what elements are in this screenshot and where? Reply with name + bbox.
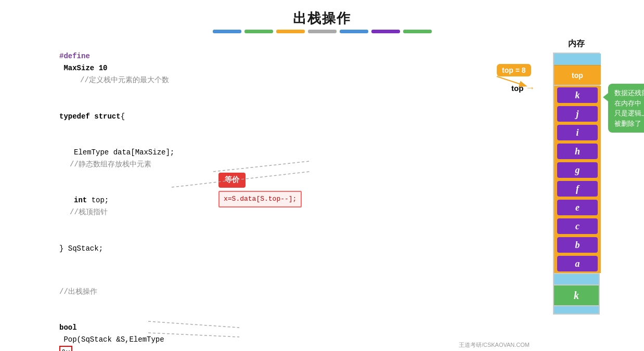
color-bar-3 [276,30,305,33]
content-area: #define MaxSize 10 //定义栈中元素的最大个数 typedef… [0,38,644,351]
cell-k-inner: k [557,87,598,103]
cell-g: g [554,161,601,179]
cell-bottom-green: k [553,285,600,306]
main-container: 出栈操作 #define MaxSize 10 //定义栈中元素的最大个数 ty… [0,0,644,351]
color-bar-6 [371,30,400,33]
cell-b: b [554,236,601,254]
letter-e: e [575,202,579,213]
cell-g-inner: g [557,162,598,178]
cell-f: f [554,179,601,198]
letter-a: a [575,258,580,269]
cell-orange-top: top [554,65,601,85]
letter-k: k [575,90,580,101]
equiv-code: x=S.data[S.top--]; [218,191,302,207]
cell-k: k [554,86,601,105]
letter-c: c [575,221,579,232]
letter-h: h [575,146,580,157]
color-bars [0,30,644,33]
equiv-area: 等价 x=S.data[S.top--]; [218,173,302,207]
cell-a-inner: a [557,256,598,271]
cell-c-inner: c [557,218,598,234]
cell-i-inner: i [557,125,598,140]
cell-j: j [554,105,601,123]
cell-top-text: top [572,71,583,80]
comment-pop-line: //出栈操作 [16,274,519,310]
memory-stack-container: top = 8 top → 数据还残留 在内存中， 只是逻辑上 被删除了 top [553,53,600,315]
memory-label: 内存 [568,38,585,49]
cell-c: c [554,217,601,236]
code-block-struct: #define MaxSize 10 //定义栈中元素的最大个数 typedef… [16,38,519,267]
cell-top-blue [554,54,601,65]
top-arrow-area: top → [511,83,535,94]
stack-cells: k j i [553,86,600,274]
stack-top-blue: top [553,53,600,86]
cell-f-inner: f [557,181,598,197]
title-area: 出栈操作 [0,0,644,28]
cell-i: i [554,123,601,142]
code-block-pop: //出栈操作 bool Pop(SqStack &S,ElemType &x )… [16,274,519,351]
letter-i: i [576,127,578,138]
color-bar-1 [213,30,241,33]
letter-f: f [576,184,579,194]
color-bar-5 [340,30,368,33]
letter-j: j [576,109,578,120]
letter-k-bottom: k [574,290,579,302]
ref-x-highlight: &x [59,346,72,351]
cell-e: e [554,198,601,217]
cell-j-inner: j [557,106,598,122]
color-bar-2 [244,30,273,33]
speech-bubble: 数据还残留 在内存中， 只是逻辑上 被删除了 [608,84,644,133]
close-struct-line: } SqStack; [16,231,519,267]
letter-g: g [575,165,580,176]
color-bar-7 [403,30,432,33]
top-arrow-label: top [511,84,523,93]
color-bar-4 [308,30,337,33]
top-badge: top = 8 [497,64,531,76]
code-panel: #define MaxSize 10 //定义栈中元素的最大个数 typedef… [16,38,519,351]
top-arrow-icon: → [525,83,535,94]
watermark: 王道考研/CSKAOVAN.COM [459,341,530,349]
cell-a: a [554,254,601,273]
cell-h-inner: h [557,144,598,159]
cell-e-inner: e [557,200,598,215]
equiv-label: 等价 [218,173,246,188]
cell-b-inner: b [557,237,598,253]
typedef-line: typedef struct{ [16,98,519,134]
memory-panel: 内存 top = 8 top → 数据还残留 在内存中， 只是逻辑上 被删除了 [524,38,628,351]
cell-light-blue [553,274,600,285]
letter-b: b [575,240,580,251]
cell-bottom-blue [553,306,600,315]
cell-h: h [554,142,601,161]
bool-pop-line: bool Pop(SqStack &S,ElemType &x ){ [16,310,519,351]
define-line: #define MaxSize 10 //定义栈中元素的最大个数 [16,38,519,98]
page-title: 出栈操作 [293,10,351,26]
